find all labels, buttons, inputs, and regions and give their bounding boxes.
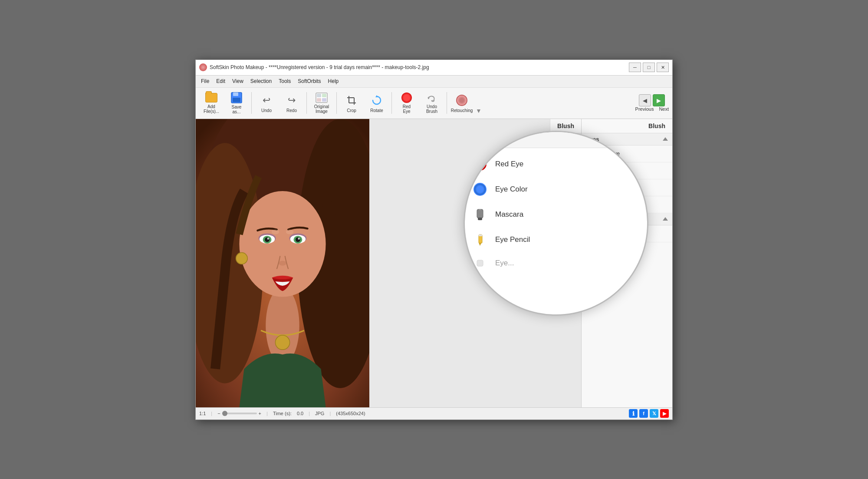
magnified-item-mascara[interactable]: Mascara	[465, 202, 647, 227]
eye-partial-label: Eye...	[495, 259, 514, 268]
eye-partial-icon	[473, 257, 487, 270]
next-label: Next	[659, 106, 669, 112]
time-value: 0.0	[297, 411, 303, 416]
title-bar-left: SoftSkin Photo Makeup - ****Unregistered…	[199, 63, 429, 71]
portrait-svg	[196, 119, 369, 407]
eye-color-label: Eye Color	[495, 185, 528, 194]
crop-button[interactable]: Crop	[339, 90, 364, 116]
facebook-icon[interactable]: f	[639, 409, 648, 418]
menu-selection[interactable]: Selection	[247, 77, 275, 86]
toolbar-more-button[interactable]: ▼	[475, 90, 483, 116]
format-label: JPG	[315, 411, 324, 416]
status-sep-1: |	[211, 411, 212, 416]
red-eye-label: RedEye	[403, 104, 411, 114]
retouching-button[interactable]: Retouching	[450, 90, 474, 116]
window-title: SoftSkin Photo Makeup - ****Unregistered…	[210, 64, 429, 70]
mouth-collapse-icon	[663, 217, 668, 221]
menu-help[interactable]: Help	[325, 77, 342, 86]
save-as-label: Saveas...	[232, 105, 242, 114]
zoom-minus-icon[interactable]: −	[217, 411, 220, 416]
nav-area: ◀ ▶ Previous Next	[635, 94, 669, 112]
svg-rect-36	[478, 218, 482, 220]
toolbar-sep-3	[336, 92, 337, 114]
menu-view[interactable]: View	[229, 77, 247, 86]
svg-point-33	[272, 229, 279, 234]
blush-section-label: Blush	[550, 119, 581, 133]
svg-point-30	[279, 261, 286, 265]
svg-point-34	[286, 229, 294, 234]
twitter-icon[interactable]: 𝕏	[650, 409, 658, 418]
svg-point-31	[236, 252, 248, 264]
svg-point-27	[296, 237, 300, 242]
app-window: SoftSkin Photo Makeup - ****Unregistered…	[195, 59, 673, 420]
original-image-label: OriginalImage	[314, 104, 329, 114]
next-button[interactable]: ▶	[653, 94, 665, 106]
redo-button[interactable]: ↪ Redo	[279, 90, 304, 116]
svg-rect-35	[477, 209, 483, 218]
blush-section-header: Blush	[582, 119, 672, 133]
maximize-button[interactable]: □	[643, 63, 655, 72]
nav-buttons: ◀ ▶	[639, 94, 665, 106]
toolbar-sep-5	[447, 92, 447, 114]
zoom-slider[interactable]	[222, 413, 257, 414]
toolbar-sep-1	[251, 92, 252, 114]
svg-rect-4	[317, 94, 321, 97]
redeye-toolbar-icon	[400, 92, 414, 103]
previous-button[interactable]: ◀	[639, 94, 651, 106]
eye-color-icon	[473, 183, 487, 196]
undo-button[interactable]: ↩ Undo	[254, 90, 279, 116]
undo-label: Undo	[261, 108, 272, 113]
status-sep-4: |	[329, 411, 331, 416]
toolbar: AddFile(s)... Saveas... ↩ Undo ↪	[196, 88, 672, 119]
red-eye-button[interactable]: RedEye	[395, 90, 419, 116]
toolbar-sep-2	[306, 92, 307, 114]
zoom-level: 1:1	[199, 411, 206, 416]
crop-label: Crop	[347, 108, 356, 113]
title-bar: SoftSkin Photo Makeup - ****Unregistered…	[196, 60, 672, 76]
close-button[interactable]: ✕	[657, 63, 669, 72]
social-icons: ℹ f 𝕏 ▶	[629, 409, 669, 418]
status-bar: 1:1 | − + | Time (s): 0.0 | JPG | (435x6…	[196, 407, 672, 420]
toolbar-sep-4	[391, 92, 392, 114]
svg-point-26	[265, 237, 270, 242]
magnified-item-eye-color[interactable]: Eye Color	[465, 177, 647, 202]
svg-rect-40	[479, 235, 482, 236]
crop-icon	[345, 93, 358, 107]
youtube-icon[interactable]: ▶	[660, 409, 669, 418]
original-image-button[interactable]: OriginalImage	[309, 90, 334, 116]
add-files-button[interactable]: AddFile(s)...	[199, 90, 224, 116]
nav-labels: Previous Next	[635, 106, 669, 112]
zoom-plus-icon[interactable]: +	[259, 411, 261, 416]
retouching-label: Retouching	[451, 108, 473, 113]
save-as-button[interactable]: Saveas...	[224, 90, 249, 116]
status-sep-2: |	[266, 411, 268, 416]
svg-point-32	[275, 335, 289, 350]
menu-edit[interactable]: Edit	[213, 77, 229, 86]
minimize-button[interactable]: ─	[629, 63, 641, 72]
previous-label: Previous	[635, 106, 654, 112]
app-icon	[199, 63, 207, 71]
magnified-item-partial: Eye...	[465, 252, 647, 274]
redo-label: Redo	[286, 108, 297, 113]
menu-softorbits[interactable]: SoftOrbits	[294, 77, 324, 86]
time-label: Time (s):	[273, 411, 292, 416]
main-area: Blush Eyes ▲ ✕ Red Eye	[196, 119, 672, 407]
rotate-button[interactable]: Rotate	[365, 90, 389, 116]
svg-rect-41	[477, 260, 483, 266]
svg-marker-39	[479, 243, 481, 246]
info-icon[interactable]: ℹ	[629, 409, 638, 418]
photo-canvas	[196, 119, 369, 407]
svg-point-28	[267, 238, 269, 239]
svg-rect-7	[322, 98, 326, 102]
magnified-section-title: Eyes	[470, 136, 485, 143]
svg-rect-2	[233, 98, 240, 102]
menu-tools[interactable]: Tools	[275, 77, 294, 86]
menu-file[interactable]: File	[197, 77, 213, 86]
svg-rect-5	[322, 94, 326, 97]
undo-brush-button[interactable]: UndoBrush	[420, 90, 444, 116]
svg-point-18	[266, 287, 299, 364]
zoom-thumb[interactable]	[222, 411, 227, 416]
magnified-item-eye-pencil[interactable]: Eye Pencil	[465, 227, 647, 252]
zoom-slider-area: − +	[217, 411, 261, 416]
undo-icon: ↩	[260, 93, 273, 107]
